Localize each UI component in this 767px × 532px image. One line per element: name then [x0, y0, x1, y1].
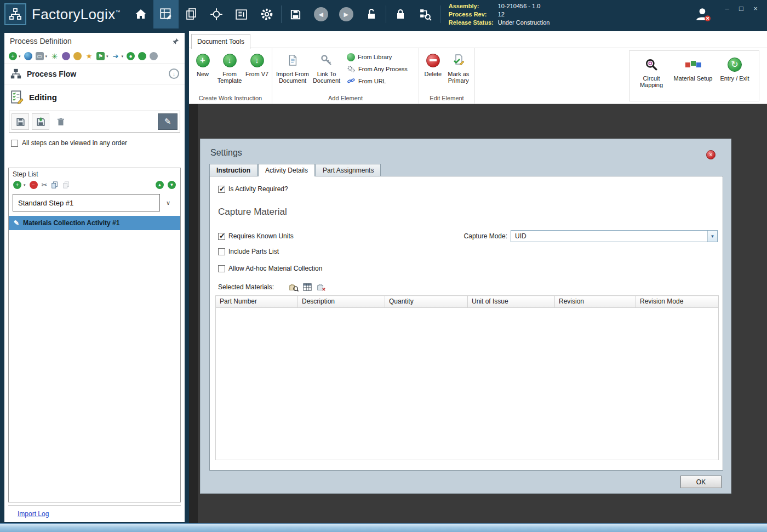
add-step-caret[interactable]: ▾ [24, 183, 26, 187]
remove-material-icon[interactable] [316, 282, 326, 292]
web-icon[interactable] [24, 52, 32, 60]
from-library-icon [347, 53, 355, 61]
navigate-icon[interactable] [204, 0, 229, 28]
capture-mode-dropdown[interactable]: UID ▼ [511, 230, 718, 242]
column-header-part-number[interactable]: Part Number [216, 296, 298, 308]
column-header-unit-of-issue[interactable]: Unit of Issue [468, 296, 555, 308]
export-icon[interactable]: ➔ [112, 52, 120, 60]
user-account-icon[interactable] [689, 3, 717, 25]
titlebar-toolbar: ◀ ▶ Assembly: 10-210456 - 1.0 Process Re… [128, 0, 550, 28]
collapse-icon[interactable]: ↓ [169, 68, 179, 79]
news-icon[interactable] [229, 0, 254, 28]
material-setup-button[interactable]: Material Setup [672, 53, 714, 99]
forward-icon[interactable]: ▶ [334, 0, 359, 28]
tab-instruction[interactable]: Instruction [209, 164, 257, 176]
new-button[interactable]: + New [191, 50, 214, 94]
cut-icon[interactable]: ✂ [42, 181, 48, 189]
tab-part-assignments[interactable]: Part Assignments [316, 164, 381, 176]
tab-activity-details[interactable]: Activity Details [258, 164, 315, 176]
allow-adhoc-checkbox[interactable] [218, 265, 225, 272]
any-order-label: All steps can be viewed in any order [22, 139, 127, 147]
find-material-icon[interactable] [288, 282, 299, 292]
settings-gear-icon[interactable] [254, 0, 279, 28]
add-menu-caret[interactable]: ▾ [19, 54, 21, 59]
documents-icon[interactable] [179, 0, 204, 28]
save-icon[interactable] [283, 0, 308, 28]
process-search-icon[interactable] [413, 0, 438, 28]
activity-details-pane: Is Activity Required? Capture Material R… [209, 176, 723, 471]
lock-icon[interactable] [388, 0, 413, 28]
deactivate-icon[interactable] [150, 52, 158, 60]
from-library-label: From Library [358, 54, 392, 60]
publish-menu-caret[interactable]: ▾ [106, 54, 108, 59]
from-v7-button[interactable]: ↓ From V7 [245, 50, 269, 94]
requires-known-units-row: Requires Known Units [218, 232, 294, 240]
maximize-button[interactable]: □ [734, 3, 748, 13]
is-activity-required-checkbox[interactable] [218, 186, 225, 193]
add-icon[interactable]: + [9, 52, 17, 60]
from-any-process-button[interactable]: From Any Process [345, 63, 410, 75]
from-library-button[interactable]: From Library [345, 51, 410, 63]
table-empty-body [216, 308, 719, 460]
trademark: ™ [115, 9, 120, 15]
entry-exit-button[interactable]: ↻ Entry / Exit [714, 53, 755, 99]
step-selector-chevron-icon[interactable]: ∨ [160, 199, 176, 207]
select-from-bom-icon[interactable] [302, 282, 312, 292]
assembly-label: Assembly: [449, 2, 494, 10]
back-icon[interactable]: ◀ [308, 0, 334, 28]
copy-icon[interactable] [51, 181, 59, 189]
column-header-quantity[interactable]: Quantity [385, 296, 468, 308]
unlock-icon[interactable] [359, 0, 384, 28]
wizard-icon[interactable]: ★ [85, 52, 93, 60]
step-list-toolbar: +▾ − ✂ ▲ ▼ [9, 179, 180, 192]
import-from-document-button[interactable]: Import From Document [274, 50, 311, 94]
include-parts-list-checkbox[interactable] [218, 248, 225, 255]
move-up-icon[interactable]: ▲ [156, 181, 164, 189]
validate-icon[interactable]: ● [127, 52, 135, 60]
activity-list-item[interactable]: ✎ Materials Collection Activity #1 [9, 216, 180, 230]
remove-step-icon[interactable]: − [30, 181, 38, 189]
process-editor-icon[interactable] [153, 0, 179, 28]
import-step-button[interactable] [32, 113, 49, 130]
column-header-description[interactable]: Description [298, 296, 385, 308]
status-bar [0, 523, 767, 532]
editing-row: Editing [4, 84, 185, 110]
test-icon[interactable] [73, 52, 82, 60]
paste-icon[interactable] [62, 181, 70, 189]
capture-mode-dropdown-arrow-icon[interactable]: ▼ [707, 231, 717, 242]
column-header-revision-mode[interactable]: Revision Mode [636, 296, 719, 308]
any-order-checkbox[interactable] [11, 140, 18, 147]
from-url-button[interactable]: From URL [345, 75, 410, 87]
save-step-button[interactable] [12, 113, 29, 130]
delete-step-button[interactable] [52, 113, 70, 130]
import-log-link[interactable]: Import Log [18, 510, 49, 518]
window-controls: – □ × [720, 3, 763, 13]
move-down-icon[interactable]: ▼ [168, 181, 176, 189]
export-menu-caret[interactable]: ▾ [122, 54, 124, 59]
ok-button[interactable]: OK [680, 476, 722, 488]
tab-document-tools[interactable]: Document Tools [191, 34, 250, 49]
close-button[interactable]: × [748, 3, 763, 13]
settings-close-icon[interactable]: × [706, 150, 716, 159]
process-flow-row[interactable]: Process Flow ↓ [4, 64, 185, 84]
pin-icon[interactable] [172, 38, 179, 45]
edit-mode-button[interactable]: ✎ [158, 113, 178, 130]
requires-known-units-checkbox[interactable] [218, 233, 225, 240]
activate-icon[interactable] [138, 52, 146, 60]
print-menu-caret[interactable]: ▾ [45, 54, 48, 59]
circuit-mapping-button[interactable]: Circuit Mapping [631, 53, 672, 99]
process-settings-icon[interactable]: ✳ [50, 52, 59, 60]
delete-button[interactable]: Delete [421, 50, 445, 94]
titlebar-separator [440, 5, 440, 23]
print-icon[interactable]: ▭ [36, 52, 44, 60]
publish-icon[interactable]: ⚑ [96, 52, 105, 60]
column-header-revision[interactable]: Revision [555, 296, 636, 308]
add-step-icon[interactable]: + [13, 181, 21, 189]
home-icon[interactable] [128, 0, 153, 28]
minimize-button[interactable]: – [720, 3, 734, 13]
from-template-button[interactable]: ↓ From Template [214, 50, 245, 94]
assign-user-icon[interactable] [62, 52, 70, 60]
link-to-document-button[interactable]: Link To Document [311, 50, 342, 94]
mark-as-primary-button[interactable]: Mark as Primary [445, 50, 472, 94]
step-selector[interactable]: Standard Step #1 [13, 194, 160, 211]
